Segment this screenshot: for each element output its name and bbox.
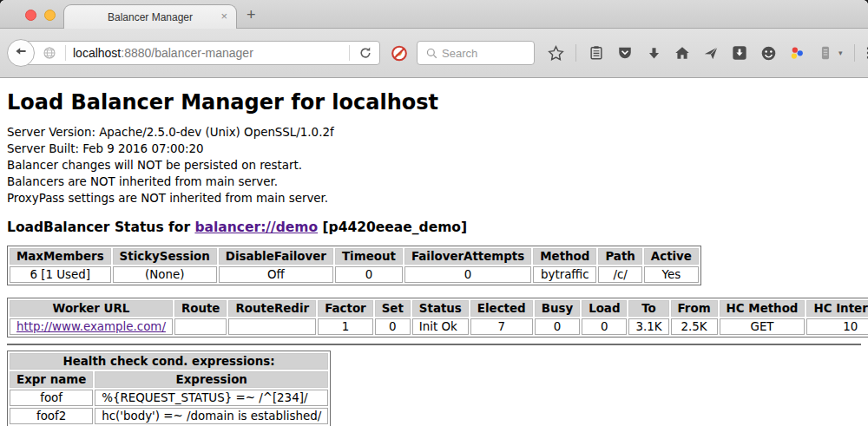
page-content: Load Balancer Manager for localhost Serv… [0, 78, 868, 426]
col-route: Route [174, 300, 227, 317]
video-download-icon[interactable] [731, 44, 748, 62]
minimize-window-button[interactable] [44, 10, 56, 21]
col-status: Status [412, 300, 469, 317]
reading-list-icon[interactable] [588, 44, 605, 62]
col-method: Method [533, 248, 596, 265]
colored-dots-extension-icon[interactable] [788, 44, 806, 62]
col-to: To [628, 300, 668, 317]
pocket-icon[interactable] [616, 44, 634, 62]
cell-route [174, 318, 227, 335]
cell-to: 3.1K [628, 318, 668, 335]
col-failoverattempts: FailoverAttempts [404, 248, 531, 265]
search-bar[interactable] [417, 41, 535, 65]
cell-load: 0 [582, 318, 627, 335]
back-button[interactable] [7, 39, 35, 67]
col-hc-interval: HC Interval [806, 300, 868, 317]
worker-url-link[interactable]: http://www.example.com/ [16, 320, 166, 333]
urlbar-separator [65, 45, 66, 61]
col-load: Load [582, 300, 627, 317]
toolbar-separator [575, 44, 576, 62]
cell-routeredir [228, 318, 316, 335]
server-built-line: Server Built: Feb 9 2016 07:00:20 [7, 141, 861, 157]
search-icon [423, 44, 440, 62]
col-busy: Busy [535, 300, 580, 317]
col-stickysession: StickySession [113, 248, 217, 265]
col-disablefailover: DisableFailover [219, 248, 333, 265]
table-header-row: Expr name Expression [10, 371, 328, 388]
cell-path: /c/ [598, 266, 641, 283]
cell-factor: 1 [318, 318, 373, 335]
cell-from: 2.5K [671, 318, 718, 335]
url-path: :8880/balancer-manager [121, 46, 253, 60]
status-prefix: LoadBalancer Status for [7, 220, 190, 235]
table-row: 6 [1 Used] (None) Off 0 0 bytraffic /c/ … [10, 266, 699, 283]
server-info: Server Version: Apache/2.5.0-dev (Unix) … [7, 124, 861, 206]
back-arrow-icon [14, 44, 28, 62]
balancer-demo-link[interactable]: balancer://demo [194, 220, 318, 235]
tab-balancer-manager[interactable]: Balancer Manager × [63, 4, 237, 29]
cell-worker-url: http://www.example.com/ [10, 318, 173, 335]
cell-status: Init Ok [412, 318, 469, 335]
tab-close-icon[interactable]: × [220, 10, 227, 23]
col-from: From [671, 300, 718, 317]
server-version-line: Server Version: Apache/2.5.0-dev (Unix) … [7, 124, 861, 141]
urlbar-separator [349, 45, 350, 61]
cell-expression: %{REQUEST_STATUS} =~ /^[234]/ [95, 390, 328, 406]
status-suffix: [p4420eeae_demo] [323, 220, 468, 235]
downloads-icon[interactable] [645, 44, 662, 62]
cell-stickysession: (None) [113, 266, 217, 283]
table-row: foof %{REQUEST_STATUS} =~ /^[234]/ [10, 390, 328, 406]
url-bar[interactable]: localhost:8880/balancer-manager [21, 41, 380, 65]
search-input[interactable] [440, 46, 527, 61]
cell-hc-method: GET [720, 318, 806, 335]
dropdown-caret-icon[interactable]: ▾ [838, 49, 843, 57]
title-bar: Balancer Manager × + [0, 0, 868, 29]
table-row: foof2 hc('body') =~ /domain is establish… [10, 408, 328, 424]
cell-expr-name: foof [10, 390, 93, 406]
health-check-table: Health check cond. expressions: Expr nam… [7, 351, 331, 426]
col-hc-method: HC Method [720, 300, 806, 317]
close-window-button[interactable] [25, 10, 36, 21]
balancers-inherit-line: Balancers are NOT inherited from main se… [7, 174, 861, 190]
col-factor: Factor [318, 300, 373, 317]
content-blocked-icon[interactable] [391, 44, 408, 62]
cell-failoverattempts: 0 [404, 266, 531, 283]
loadbalancer-status-heading: LoadBalancer Status for balancer://demo … [7, 220, 861, 235]
worker-table: Worker URL Route RouteRedir Factor Set S… [7, 298, 868, 338]
table-header-row: Worker URL Route RouteRedir Factor Set S… [10, 300, 868, 317]
toolbar-separator [854, 44, 855, 62]
cell-timeout: 0 [335, 266, 403, 283]
col-path: Path [598, 248, 641, 265]
battery-clipboard-icon[interactable] [817, 44, 834, 62]
cell-expr-name: foof2 [10, 408, 93, 424]
col-set: Set [375, 300, 411, 317]
feedback-smiley-icon[interactable] [760, 44, 777, 62]
cell-disablefailover: Off [219, 266, 333, 283]
new-tab-button[interactable]: + [247, 7, 256, 23]
separator [7, 344, 861, 345]
cell-method: bytraffic [533, 266, 596, 283]
balancer-summary-table: MaxMembers StickySession DisableFailover… [7, 246, 701, 285]
col-routeredir: RouteRedir [228, 300, 316, 317]
health-table-title: Health check cond. expressions: [10, 353, 328, 370]
cell-active: Yes [644, 266, 699, 283]
persist-warning-line: Balancer changes will NOT be persisted o… [7, 157, 861, 174]
col-expression: Expression [95, 371, 328, 388]
table-row: http://www.example.com/ 1 0 Init Ok 7 0 … [10, 318, 868, 335]
col-elected: Elected [470, 300, 533, 317]
tab-title: Balancer Manager [108, 11, 193, 23]
cell-set: 0 [375, 318, 411, 335]
cell-maxmembers: 6 [1 Used] [10, 266, 111, 283]
reload-icon[interactable] [357, 44, 374, 62]
bookmark-star-icon[interactable] [547, 44, 564, 62]
proxypass-inherit-line: ProxyPass settings are NOT inherited fro… [7, 190, 861, 206]
globe-icon [41, 44, 58, 62]
col-worker-url: Worker URL [10, 300, 173, 317]
table-header-row: MaxMembers StickySession DisableFailover… [10, 248, 699, 265]
home-icon[interactable] [674, 44, 691, 62]
col-maxmembers: MaxMembers [10, 248, 111, 265]
cell-hc-interval: 10 [806, 318, 868, 335]
browser-window: Balancer Manager × + localhost:8880/bala… [0, 0, 868, 426]
cell-expression: hc('body') =~ /domain is established/ [95, 408, 328, 424]
send-tab-icon[interactable] [702, 44, 720, 62]
